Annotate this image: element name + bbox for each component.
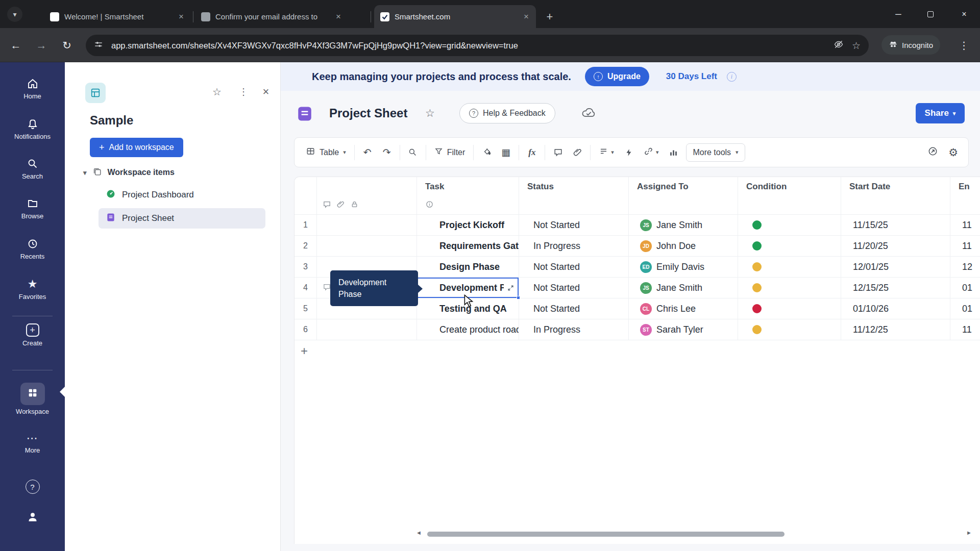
expand-cell-icon[interactable] [505, 282, 516, 293]
favorite-star-icon[interactable]: ☆ [209, 84, 225, 100]
automation-center-icon[interactable] [927, 146, 938, 159]
forward-button[interactable]: → [32, 28, 51, 62]
fill-color-icon[interactable] [477, 143, 496, 162]
sidebar-item-recents[interactable]: Recents [0, 238, 65, 260]
formula-icon[interactable]: fx [522, 143, 542, 162]
row-number[interactable]: 2 [295, 236, 317, 256]
condition-cell[interactable] [738, 319, 841, 340]
column-header-assigned[interactable]: Assigned To [629, 177, 738, 196]
window-close-button[interactable]: × [951, 0, 977, 28]
attachment-icon[interactable] [568, 143, 587, 162]
condition-cell[interactable] [738, 298, 841, 319]
status-cell[interactable]: In Progress [519, 236, 629, 256]
assigned-cell[interactable]: JD John Doe [629, 236, 738, 256]
assigned-cell[interactable]: JS Jane Smith [629, 278, 738, 298]
condition-cell[interactable] [738, 215, 841, 235]
task-cell[interactable]: Create product roadmap [417, 319, 519, 340]
end-date-cell[interactable]: 01 [950, 278, 980, 298]
panel-item-project-dashboard[interactable]: Project Dashboard [99, 185, 265, 205]
info-icon[interactable]: i [727, 72, 737, 82]
bookmark-star-icon[interactable]: ☆ [852, 40, 861, 52]
browser-menu-icon[interactable]: ⋮ [957, 28, 972, 62]
cell-fill-handle[interactable] [517, 296, 520, 299]
status-cell[interactable]: Not Started [519, 278, 629, 298]
sidebar-item-more[interactable]: ⋯ More [0, 433, 65, 454]
start-date-cell[interactable]: 01/10/26 [841, 298, 950, 319]
add-to-workspace-button[interactable]: + Add to workspace [90, 138, 183, 157]
add-row[interactable]: + [295, 340, 308, 361]
end-date-cell[interactable]: 11 [950, 236, 980, 256]
add-row-plus-icon[interactable]: + [301, 344, 308, 358]
column-header-end-date[interactable]: En [950, 177, 980, 196]
chevron-down-icon[interactable]: ▾ [83, 169, 87, 177]
workspace-items-section[interactable]: ▾ Workspace items [83, 165, 175, 180]
more-tools-button[interactable]: More tools ▾ [686, 143, 745, 162]
assigned-cell[interactable]: CL Chris Lee [629, 298, 738, 319]
condition-cell[interactable] [738, 257, 841, 277]
tab-close-icon[interactable]: × [523, 12, 530, 22]
back-button[interactable]: ← [6, 28, 26, 62]
comment-icon[interactable] [548, 143, 568, 162]
undo-button[interactable]: ↶ [358, 143, 377, 162]
row-actions-button[interactable]: ▾ [594, 143, 619, 162]
sidebar-item-home[interactable]: Home [0, 78, 65, 100]
scroll-left-arrow[interactable]: ◄ [416, 530, 422, 536]
horizontal-scrollbar-thumb[interactable] [427, 532, 785, 537]
attachment-column-icon[interactable] [336, 200, 345, 211]
search-sheet-icon[interactable] [403, 143, 423, 162]
lock-column-icon[interactable] [350, 200, 359, 211]
chart-icon[interactable] [664, 143, 683, 162]
scroll-right-arrow[interactable]: ► [966, 530, 972, 536]
comment-column-icon[interactable] [323, 200, 331, 211]
browser-tab-confirm-email[interactable]: Confirm your email address to × [195, 5, 348, 28]
assigned-cell[interactable]: ST Sarah Tyler [629, 319, 738, 340]
new-tab-button[interactable]: + [542, 9, 557, 24]
icons-header-cell[interactable] [317, 177, 417, 196]
task-cell[interactable]: Project Kickoff [417, 215, 519, 235]
end-date-cell[interactable]: 11 [950, 319, 980, 340]
row-icons-cell[interactable] [317, 319, 417, 340]
task-cell[interactable]: Design Phase [417, 257, 519, 277]
assigned-cell[interactable]: JS Jane Smith [629, 215, 738, 235]
favorite-star-icon[interactable]: ☆ [425, 107, 435, 119]
panel-item-project-sheet[interactable]: Project Sheet [99, 208, 265, 229]
tab-close-icon[interactable]: × [335, 12, 342, 22]
help-feedback-button[interactable]: ? Help & Feedback [459, 103, 555, 123]
row-number[interactable]: 1 [295, 215, 317, 235]
sidebar-account-button[interactable] [0, 510, 65, 523]
sidebar-item-favorites[interactable]: ★ Favorites [0, 278, 65, 300]
window-minimize-button[interactable]: ─ [886, 0, 911, 28]
panel-menu-icon[interactable]: ⋮ [235, 84, 252, 100]
end-date-cell[interactable]: 01 [950, 298, 980, 319]
end-date-cell[interactable]: 12 [950, 257, 980, 277]
row-number[interactable]: 3 [295, 257, 317, 277]
borders-grid-icon[interactable]: ▦ [496, 143, 516, 162]
condition-cell[interactable] [738, 278, 841, 298]
row-number[interactable]: 4 [295, 278, 317, 298]
browser-tab-welcome[interactable]: Welcome! | Smartsheet × [44, 5, 191, 28]
tab-search-button[interactable]: ▾ [7, 7, 22, 22]
start-date-cell[interactable]: 11/20/25 [841, 236, 950, 256]
view-selector[interactable]: Table ▾ [301, 143, 351, 162]
status-cell[interactable]: Not Started [519, 215, 629, 235]
sidebar-item-browse[interactable]: Browse [0, 197, 65, 220]
status-cell[interactable]: In Progress [519, 319, 629, 340]
condition-cell[interactable] [738, 236, 841, 256]
start-date-cell[interactable]: 11/12/25 [841, 319, 950, 340]
tab-close-icon[interactable]: × [178, 12, 185, 22]
sidebar-item-notifications[interactable]: Notifications [0, 118, 65, 140]
column-header-condition[interactable]: Condition [738, 177, 841, 196]
corner-header-cell[interactable] [295, 177, 317, 196]
url-text[interactable]: app.smartsheet.com/sheets/Xv4XF3WGXv7qxc… [111, 41, 825, 51]
filter-button[interactable]: Filter [429, 143, 471, 162]
start-date-cell[interactable]: 12/01/25 [841, 257, 950, 277]
task-cell[interactable]: Requirements Gathering [417, 236, 519, 256]
redo-button[interactable]: ↷ [377, 143, 397, 162]
row-number[interactable]: 5 [295, 298, 317, 319]
link-button[interactable]: ▾ [639, 143, 664, 162]
window-maximize-button[interactable] [918, 0, 943, 28]
automation-bolt-icon[interactable] [619, 143, 639, 162]
sidebar-item-create[interactable]: + Create [0, 323, 65, 347]
settings-gear-icon[interactable]: ⚙ [948, 146, 958, 159]
status-cell[interactable]: Not Started [519, 257, 629, 277]
